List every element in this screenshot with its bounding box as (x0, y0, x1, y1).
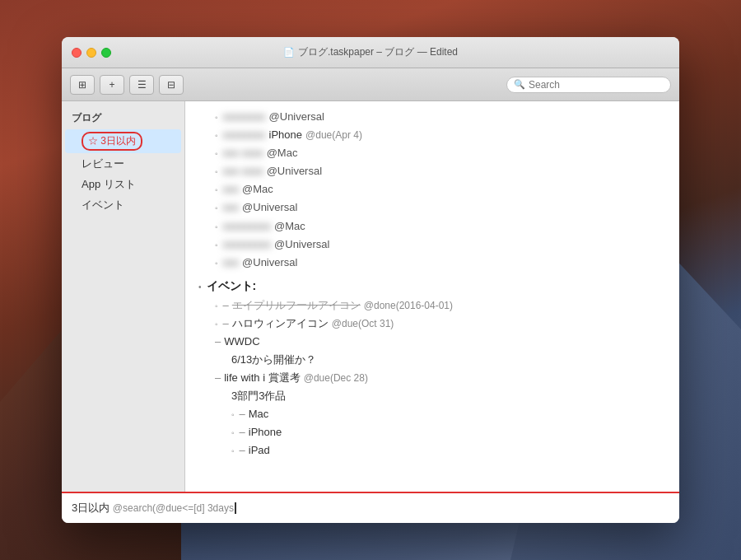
list-item: ◦ xxx xxxx @Mac (198, 144, 666, 162)
list-item: ◦ xxx @Universal (198, 254, 666, 272)
cursor-indicator (235, 502, 236, 514)
bullet-icon: ◦ (215, 147, 218, 161)
sidebar-item-events-label: イベント (82, 198, 124, 211)
bullet-icon: ◦ (215, 165, 218, 179)
note-wwdc: 6/13から開催か？ (198, 351, 666, 369)
sidebar-item-3days[interactable]: ☆ 3日以内 (65, 129, 181, 153)
maximize-button[interactable] (101, 48, 111, 58)
titlebar: 📄 ブログ.taskpaper – ブログ — Edited (62, 37, 679, 68)
bullet-icon: ◦ (231, 444, 235, 458)
sidebar-item-events[interactable]: イベント (65, 195, 181, 215)
list-item: ◦ xxxxxxxxx @Mac (198, 217, 666, 236)
add-item-button[interactable]: + (100, 75, 124, 95)
sidebar-item-applist[interactable]: App リスト (65, 175, 181, 194)
sidebar: ブログ ☆ 3日以内 レビュー App リスト イベント (62, 101, 185, 492)
list-item-wwdc: – WWDC (198, 333, 666, 351)
list-item-mac: ◦ – Mac (198, 405, 666, 423)
note-3parts: 3部門3作品 (198, 387, 666, 405)
editor[interactable]: ◦ xxxxxxxx @Universal ◦ xxxxxxxx iPhone … (185, 101, 679, 492)
bullet-icon: ◦ (215, 183, 218, 197)
bullet-icon: ◦ (215, 238, 218, 252)
bullet-icon: • (198, 280, 202, 294)
sidebar-toggle-button[interactable]: ⊞ (70, 75, 95, 95)
list-item-april-fool: ◦ – エイプリルフールアイコン @done(2016-04-01) (198, 296, 666, 315)
list-item: ◦ xxxxxxxxx @Universal (198, 236, 666, 254)
sidebar-item-3days-label: ☆ 3日以内 (82, 132, 142, 151)
list-icon: ☰ (137, 79, 147, 91)
sidebar-icon: ⊞ (78, 79, 86, 91)
list-item: ◦ xxxxxxxx @Universal (198, 108, 666, 126)
list-item-iphone: ◦ – iPhone (198, 423, 666, 441)
bullet-icon: ◦ (215, 299, 218, 313)
list-item-halloween: ◦ – ハロウィンアイコン @due(Oct 31) (198, 315, 666, 333)
window-title: 📄 ブログ.taskpaper – ブログ — Edited (283, 45, 458, 59)
toolbar: ⊞ + ☰ ⊟ 🔍 (62, 68, 679, 101)
list-item: ◦ xxx @Mac (198, 180, 666, 198)
bottom-query: @search(@due<=[d] 3days (113, 502, 234, 514)
list-item: ◦ xxx xxxx @Universal (198, 162, 666, 180)
list-item: ◦ xxxxxxxx iPhone @due(Apr 4) (198, 126, 666, 144)
search-box[interactable]: 🔍 (506, 77, 671, 93)
content-area: ブログ ☆ 3日以内 レビュー App リスト イベント ◦ xxxxxxxx … (62, 101, 679, 492)
sidebar-item-applist-label: App リスト (82, 178, 136, 190)
add-icon: + (109, 79, 114, 91)
bullet-icon: ◦ (215, 317, 218, 331)
bullet-icon: ◦ (215, 256, 218, 270)
close-button[interactable] (72, 48, 82, 58)
panel-icon: ⊟ (167, 79, 175, 91)
minimize-button[interactable] (86, 48, 96, 58)
bullet-icon: ◦ (231, 408, 235, 422)
app-window: 📄 ブログ.taskpaper – ブログ — Edited ⊞ + ☰ ⊟ 🔍… (62, 37, 679, 523)
search-input[interactable] (529, 79, 652, 91)
sidebar-section-label: ブログ (62, 108, 184, 128)
document-icon: 📄 (283, 47, 295, 58)
sidebar-item-review[interactable]: レビュー (65, 154, 181, 174)
section-header-events: • イベント: (198, 272, 666, 296)
bottom-bar: 3日以内 @search(@due<=[d] 3days (62, 492, 679, 523)
search-icon: 🔍 (514, 79, 525, 90)
list-item: ◦ xxx @Universal (198, 198, 666, 217)
bullet-icon: ◦ (231, 426, 235, 440)
bullet-icon: ◦ (215, 128, 218, 142)
sidebar-item-review-label: レビュー (82, 157, 124, 170)
traffic-lights (72, 48, 111, 58)
list-view-button[interactable]: ☰ (129, 75, 154, 95)
bullet-icon: ◦ (215, 110, 218, 124)
bottom-label: 3日以内 (72, 501, 110, 516)
list-item-lifewith: – life with i 賞選考 @due(Dec 28) (198, 369, 666, 387)
bullet-icon: ◦ (215, 220, 218, 234)
panel-button[interactable]: ⊟ (159, 75, 184, 95)
list-item-ipad: ◦ – iPad (198, 441, 666, 460)
bullet-icon: ◦ (215, 201, 218, 215)
